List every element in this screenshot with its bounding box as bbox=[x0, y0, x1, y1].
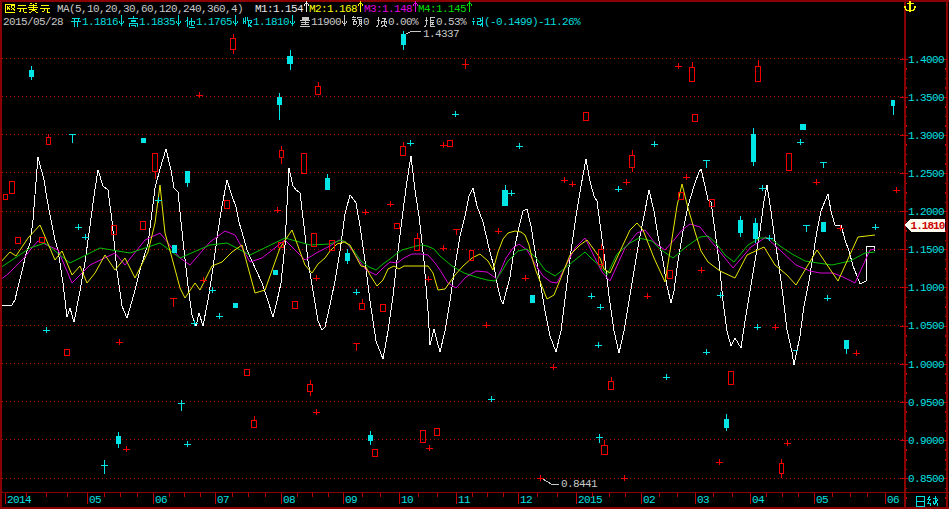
svg-text:1.1500: 1.1500 bbox=[908, 244, 944, 256]
svg-text:MA(5,10,20,30,60,120,240,360,4: MA(5,10,20,30,60,120,240,360,4) bbox=[57, 3, 243, 15]
svg-text:09: 09 bbox=[345, 494, 357, 506]
svg-text:M1:1.154: M1:1.154 bbox=[255, 3, 304, 15]
svg-text:06: 06 bbox=[887, 494, 899, 506]
svg-text:1.1816: 1.1816 bbox=[82, 16, 118, 28]
svg-text:11: 11 bbox=[458, 494, 471, 506]
svg-text:1.1810: 1.1810 bbox=[253, 16, 289, 28]
svg-text:1.3500: 1.3500 bbox=[908, 92, 944, 104]
svg-text:1.2000: 1.2000 bbox=[908, 206, 944, 218]
svg-text:0.8441: 0.8441 bbox=[561, 478, 598, 490]
svg-text:2015: 2015 bbox=[578, 494, 602, 506]
svg-text:1.0500: 1.0500 bbox=[908, 320, 944, 332]
svg-text:2015/05/28: 2015/05/28 bbox=[3, 16, 63, 28]
svg-text:11900: 11900 bbox=[311, 16, 341, 28]
svg-text:02: 02 bbox=[643, 494, 655, 506]
svg-text:0.9000: 0.9000 bbox=[908, 435, 944, 447]
svg-text:1.1765: 1.1765 bbox=[196, 16, 232, 28]
svg-text:10: 10 bbox=[401, 494, 413, 506]
svg-text:M2:1.168: M2:1.168 bbox=[309, 3, 357, 15]
svg-text:1.1835: 1.1835 bbox=[139, 16, 175, 28]
svg-text:03: 03 bbox=[697, 494, 709, 506]
svg-text:M3:1.148: M3:1.148 bbox=[364, 3, 412, 15]
svg-text:0.9500: 0.9500 bbox=[908, 397, 944, 409]
svg-text:2014: 2014 bbox=[7, 494, 32, 506]
svg-text:1.4000: 1.4000 bbox=[908, 54, 944, 66]
svg-text:1.4337: 1.4337 bbox=[423, 28, 459, 40]
svg-text:1.1810: 1.1810 bbox=[911, 220, 945, 232]
svg-text:07: 07 bbox=[217, 494, 229, 506]
svg-text:(-0.1499)-11.26%: (-0.1499)-11.26% bbox=[484, 16, 581, 28]
svg-text:1.3000: 1.3000 bbox=[908, 130, 944, 142]
svg-text:05: 05 bbox=[816, 494, 828, 506]
svg-text:1.2500: 1.2500 bbox=[908, 168, 944, 180]
svg-text:08: 08 bbox=[283, 494, 295, 506]
svg-text:0.53%: 0.53% bbox=[436, 16, 467, 28]
svg-text:M4:1.145: M4:1.145 bbox=[418, 3, 466, 15]
svg-text:04: 04 bbox=[752, 494, 765, 506]
svg-text:0.8500: 0.8500 bbox=[908, 473, 944, 485]
svg-text:1.1000: 1.1000 bbox=[908, 282, 944, 294]
svg-text:06: 06 bbox=[155, 494, 167, 506]
svg-text:05: 05 bbox=[89, 494, 101, 506]
svg-text:0.00%: 0.00% bbox=[388, 16, 419, 28]
svg-text:0: 0 bbox=[363, 16, 369, 28]
svg-text:1.0000: 1.0000 bbox=[908, 359, 944, 371]
svg-text:12: 12 bbox=[520, 494, 532, 506]
